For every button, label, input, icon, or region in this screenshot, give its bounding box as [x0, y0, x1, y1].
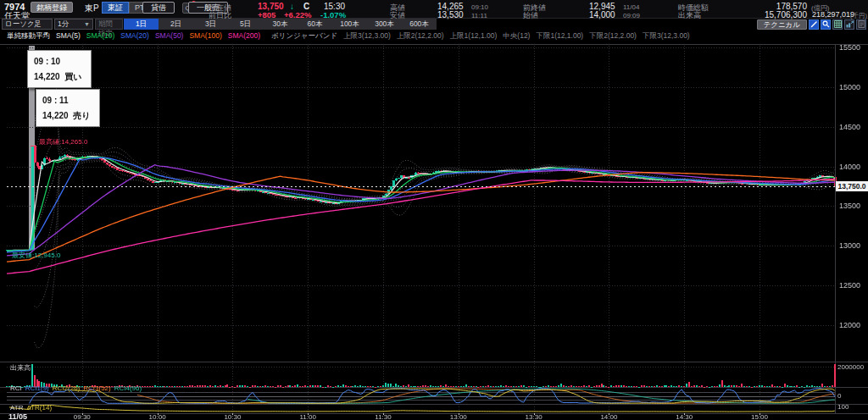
- bollinger-legend-0: 上限3(12,3.00): [343, 31, 391, 40]
- chart-compare-icon[interactable]: [844, 19, 854, 30]
- period-tab-60本[interactable]: 60本: [298, 19, 332, 30]
- turnover-value: 218,297,019: [812, 10, 854, 19]
- chevron-down-icon: ▼: [84, 19, 90, 29]
- bollinger-legend-6: 下限3(12,3.00): [643, 31, 690, 40]
- price-chart-canvas[interactable]: [0, 44, 868, 420]
- sma-legend-title: 単純移動平均: [7, 31, 50, 40]
- tab-tosho[interactable]: 東証: [102, 2, 129, 14]
- chart-type-select[interactable]: ローソク足▼: [2, 19, 53, 30]
- sma-legend-1: SMA(10): [86, 31, 115, 40]
- atr-pane-legend: ATRATR(14): [10, 404, 55, 412]
- trade-side: 売り: [73, 111, 90, 120]
- rci-legend-0: RCI: [10, 384, 22, 392]
- rci-legend-1: RCI1(9): [25, 384, 49, 392]
- margin-button[interactable]: 貸借: [142, 2, 175, 14]
- chart-toolbar: ローソク足▼ 1分▼ 期間指定 1日2日3日5日30本60本100本300本60…: [0, 19, 868, 30]
- draw-pencil-icon[interactable]: [809, 19, 819, 30]
- trading-chart-app: { "stock": { "code": "7974", "name": "任天…: [0, 0, 868, 420]
- bollinger-legend-5: 下限2(12,2.00): [589, 31, 637, 40]
- trade-time: 09 : 10: [34, 54, 85, 69]
- bollinger-legend-title: ボリンジャーバンド: [271, 31, 337, 40]
- period-tab-600本[interactable]: 600本: [402, 19, 437, 30]
- grid-view-icon[interactable]: [832, 19, 843, 30]
- period-tab-2日[interactable]: 2日: [159, 19, 193, 30]
- period-tab-1日[interactable]: 1日: [124, 19, 159, 30]
- register-stock-button[interactable]: 銘柄登録: [31, 2, 73, 13]
- trade-price: 14,220: [42, 111, 69, 120]
- atr-legend-0: ATR: [10, 404, 23, 412]
- current-price-axis-label: 13,750.0: [836, 181, 868, 191]
- trade-time: 09 : 11: [42, 93, 93, 108]
- period-tab-strip: 1日2日3日5日30本60本100本300本600本: [124, 19, 437, 30]
- period-tab-30本[interactable]: 30本: [263, 19, 298, 30]
- sma-legend-4: SMA(100): [189, 31, 221, 40]
- rci-legend-3: RCI3(52): [83, 384, 110, 392]
- sma-legend-5: SMA(200): [228, 31, 260, 40]
- technical-button[interactable]: テクニカル: [757, 19, 808, 30]
- sma-legend-3: SMA(50): [155, 31, 184, 40]
- zoom-magnifier-icon[interactable]: [821, 19, 831, 30]
- period-tab-3日[interactable]: 3日: [193, 19, 228, 30]
- quote-header: 7974 銘柄登録 東P 東証 PTS ⚑ Q ⊞ 任天堂 貸借 一般売 現在値…: [0, 0, 868, 19]
- indicator-legend: 単純移動平均SMA(5)SMA(10)SMA(20)SMA(50)SMA(100…: [7, 31, 863, 41]
- rci-pane-legend: RCIRCI1(9)RCI2(26)RCI3(52)RCI4(96): [10, 384, 145, 392]
- sma-legend-0: SMA(5): [56, 31, 81, 40]
- trade-side: 買い: [64, 72, 81, 81]
- bollinger-legend-2: 上限1(12,1.00): [450, 31, 498, 40]
- trade-marker-tooltip-buy: 09 : 10 14,220 買い: [27, 50, 92, 88]
- sma-legend-2: SMA(20): [120, 31, 149, 40]
- prev-close-date: 11/04: [623, 3, 639, 11]
- rci-legend-2: RCI2(26): [53, 384, 80, 392]
- atr-legend-1: ATR(14): [26, 404, 52, 412]
- period-tab-5日[interactable]: 5日: [228, 19, 263, 30]
- rci-legend-4: RCI4(96): [114, 384, 142, 392]
- trade-marker-tooltip-sell: 09 : 11 14,220 売り: [36, 89, 100, 127]
- bollinger-legend-1: 上限2(12,2.00): [397, 31, 444, 40]
- high-time: 09:10: [471, 3, 488, 11]
- period-tab-300本[interactable]: 300本: [367, 19, 402, 30]
- period-tab-100本[interactable]: 100本: [332, 19, 367, 30]
- period-select[interactable]: 期間指定: [95, 19, 123, 30]
- volume-pane-title: 出来高: [10, 363, 31, 373]
- bollinger-legend-3: 中央(12): [503, 31, 530, 40]
- market-badge: 東P: [85, 3, 99, 14]
- bollinger-legend-4: 下限1(12,1.00): [536, 31, 583, 40]
- interval-select[interactable]: 1分▼: [54, 19, 93, 30]
- trade-price: 14,220: [34, 72, 60, 81]
- memo-icon[interactable]: [856, 19, 866, 30]
